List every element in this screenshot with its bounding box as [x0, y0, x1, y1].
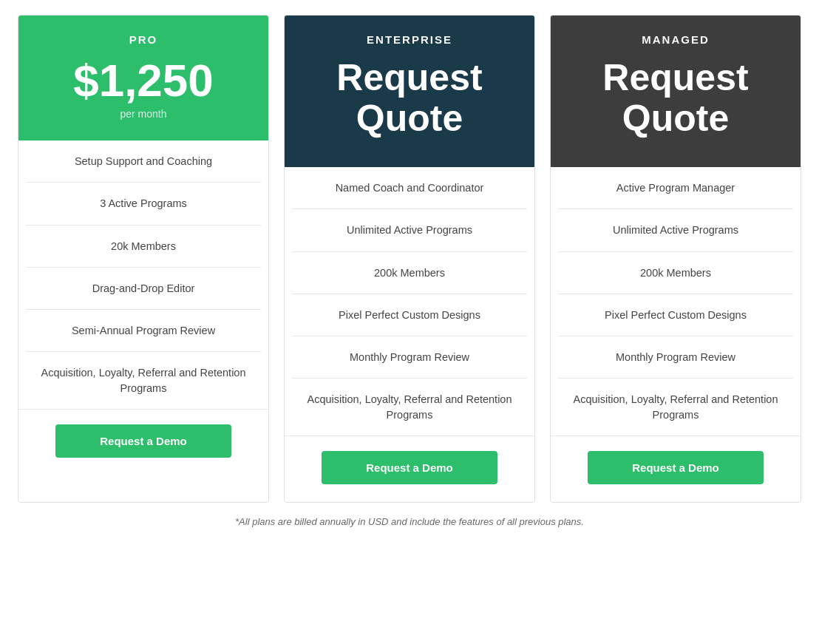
- feature-item-managed-5: Acquisition, Loyalty, Referral and Reten…: [558, 379, 793, 435]
- feature-item-pro-1: 3 Active Programs: [26, 183, 261, 225]
- feature-item-managed-4: Monthly Program Review: [558, 336, 793, 379]
- pricing-wrapper: PRO$1,250per monthSetup Support and Coac…: [18, 15, 801, 527]
- card-header-managed: MANAGEDRequestQuote: [551, 16, 801, 167]
- plan-name-pro: PRO: [33, 33, 254, 46]
- feature-item-managed-3: Pixel Perfect Custom Designs: [558, 294, 793, 336]
- feature-item-enterprise-3: Pixel Perfect Custom Designs: [292, 294, 527, 336]
- plan-quote-managed: RequestQuote: [565, 58, 786, 139]
- card-features-pro: Setup Support and Coaching3 Active Progr…: [18, 140, 268, 409]
- demo-button-pro[interactable]: Request a Demo: [55, 424, 231, 458]
- feature-item-managed-2: 200k Members: [558, 252, 793, 294]
- feature-item-pro-0: Setup Support and Coaching: [26, 140, 261, 183]
- feature-item-enterprise-2: 200k Members: [292, 252, 527, 294]
- card-footer-pro: Request a Demo: [18, 409, 268, 475]
- feature-item-pro-4: Semi-Annual Program Review: [26, 310, 261, 352]
- feature-item-enterprise-5: Acquisition, Loyalty, Referral and Reten…: [292, 379, 527, 435]
- plan-period-pro: per month: [33, 108, 254, 120]
- demo-button-managed[interactable]: Request a Demo: [588, 451, 764, 484]
- feature-item-enterprise-4: Monthly Program Review: [292, 336, 527, 379]
- pricing-card-pro: PRO$1,250per monthSetup Support and Coac…: [18, 15, 269, 503]
- pricing-card-enterprise: ENTERPRISERequestQuoteNamed Coach and Co…: [284, 15, 535, 503]
- card-footer-managed: Request a Demo: [551, 435, 801, 502]
- card-features-enterprise: Named Coach and CoordinatorUnlimited Act…: [285, 167, 534, 435]
- feature-item-enterprise-1: Unlimited Active Programs: [292, 209, 527, 251]
- feature-item-pro-3: Drag-and-Drop Editor: [26, 268, 261, 310]
- card-header-enterprise: ENTERPRISERequestQuote: [285, 16, 534, 167]
- pricing-card-managed: MANAGEDRequestQuoteActive Program Manage…: [550, 15, 801, 503]
- feature-item-pro-5: Acquisition, Loyalty, Referral and Reten…: [26, 352, 261, 409]
- feature-item-pro-2: 20k Members: [26, 226, 261, 268]
- pricing-grid: PRO$1,250per monthSetup Support and Coac…: [18, 15, 801, 503]
- feature-item-managed-1: Unlimited Active Programs: [558, 209, 793, 251]
- footnote: *All plans are billed annually in USD an…: [18, 516, 801, 527]
- card-header-pro: PRO$1,250per month: [18, 16, 268, 140]
- plan-price-pro: $1,250: [33, 58, 254, 104]
- demo-button-enterprise[interactable]: Request a Demo: [322, 451, 497, 484]
- feature-item-managed-0: Active Program Manager: [558, 167, 793, 209]
- feature-item-enterprise-0: Named Coach and Coordinator: [292, 167, 527, 209]
- plan-quote-enterprise: RequestQuote: [299, 58, 520, 139]
- plan-name-managed: MANAGED: [565, 33, 786, 46]
- card-features-managed: Active Program ManagerUnlimited Active P…: [551, 167, 801, 435]
- card-footer-enterprise: Request a Demo: [285, 435, 534, 502]
- plan-name-enterprise: ENTERPRISE: [299, 33, 520, 46]
